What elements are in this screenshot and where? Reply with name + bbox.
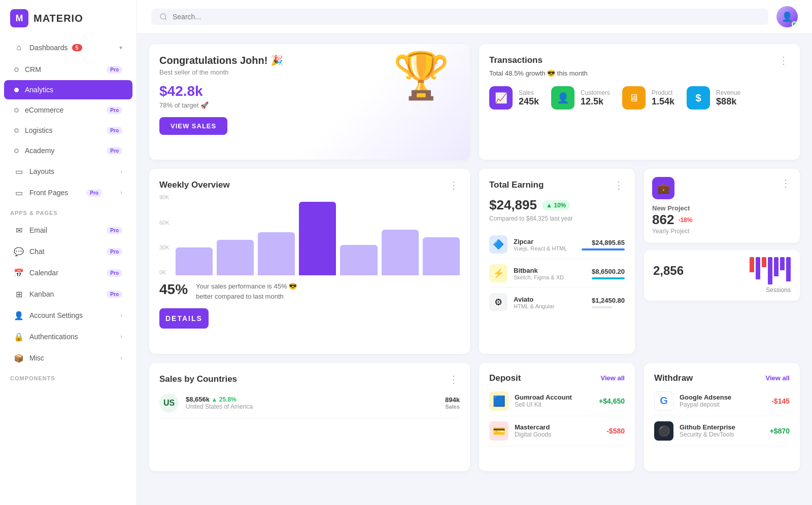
sidebar-item-ecommerce[interactable]: eCommerce Pro — [4, 100, 132, 120]
sidebar-item-email[interactable]: ✉ Email Pro — [4, 220, 132, 240]
transactions-title: Transactions — [489, 55, 543, 65]
auth-icon: 🔒 — [14, 332, 23, 341]
np-yearly: Yearly Project — [652, 228, 792, 235]
sidebar-item-authentications[interactable]: 🔒 Authentications › — [4, 327, 132, 347]
aviato-amount: $1,2450.80 — [592, 297, 625, 304]
new-project-icon: 💼 — [652, 177, 674, 199]
details-button[interactable]: DETAILS — [159, 308, 209, 329]
layouts-icon: ▭ — [14, 167, 23, 176]
revenue-value: $88k — [716, 96, 740, 107]
session-bar — [774, 257, 779, 276]
more-options-button[interactable]: ⋮ — [449, 373, 460, 385]
gumroad-amount: +$4,650 — [599, 397, 625, 405]
bar-3 — [258, 232, 295, 275]
logo-icon: M — [10, 9, 28, 27]
earning-item-aviato: ⚙ Aviato HTML & Angular $1,2450.80 — [489, 288, 625, 316]
gumroad-name: Gumroad Account — [515, 393, 572, 401]
customers-value: 12.5k — [581, 96, 610, 107]
trophy-icon: 🏆 — [393, 49, 450, 102]
deposit-item-gumroad: 🟦 Gumroad Account Sell UI Kit +$4,650 — [489, 386, 625, 416]
search-input[interactable] — [173, 13, 760, 21]
sidebar-item-calendar[interactable]: 📅 Calendar Pro — [4, 263, 132, 283]
deposit-card: Deposit View all 🟦 Gumroad Account Sell … — [479, 363, 635, 471]
sidebar-item-crm[interactable]: CRM Pro — [4, 60, 132, 79]
us-name: United States of America — [186, 403, 253, 410]
sidebar-item-academy[interactable]: Academy Pro — [4, 141, 132, 160]
weekly-pct: 45% — [159, 281, 188, 298]
logo-text: MATERIO — [33, 13, 83, 24]
revenue-label: Revenue — [716, 89, 740, 96]
chevron-icon: › — [120, 354, 122, 362]
dot-icon — [14, 108, 19, 113]
view-all-link[interactable]: View all — [766, 374, 790, 382]
session-bar — [756, 257, 760, 279]
bar-1 — [176, 247, 213, 275]
card-title-row: Sales by Countries ⋮ — [159, 373, 460, 385]
search-wrap[interactable] — [151, 9, 768, 25]
more-options-button[interactable]: ⋮ — [779, 54, 790, 66]
more-options-button[interactable]: ⋮ — [614, 179, 625, 191]
countries-title: Sales by Countries — [159, 374, 237, 384]
congrats-target: 78% of target 🚀 — [159, 101, 460, 109]
aviato-tag: HTML & Angular — [514, 303, 554, 309]
card-title-row: Deposit View all — [489, 373, 625, 383]
transactions-subtitle: Total 48.5% growth 😎 this month — [489, 69, 790, 77]
avatar[interactable]: 👤 — [776, 6, 798, 27]
card-title-row: Total Earning ⋮ — [489, 179, 625, 191]
components-section-label: COMPONENTS — [0, 369, 137, 384]
account-icon: 👤 — [14, 311, 23, 320]
new-project-card: 💼 ⋮ New Project 862 -18% Yearly Project — [644, 169, 800, 243]
aviato-logo: ⚙ — [489, 293, 507, 311]
earning-item-zipcar: 🔷 Zipcar Vuejs, React & HTML $24,895.65 — [489, 230, 625, 259]
session-bar — [786, 257, 791, 281]
gumroad-logo: 🟦 — [489, 391, 509, 411]
sidebar-item-misc[interactable]: 📦 Misc › — [4, 348, 132, 368]
mastercard-name: Mastercard — [515, 423, 551, 431]
chevron-icon: › — [120, 333, 122, 340]
total-earning-card: Total Earning ⋮ $24,895 ▲ 10% Compared t… — [479, 169, 635, 353]
earning-item-bitbank: ⚡ Bitbank Sketch, Figma & XD $8,6500.20 — [489, 259, 625, 288]
more-options-button[interactable]: ⋮ — [449, 179, 460, 191]
sidebar-item-analytics[interactable]: Analytics — [4, 80, 132, 99]
more-options-button[interactable]: ⋮ — [781, 177, 792, 189]
up-badge: ▲ 10% — [542, 200, 570, 210]
chart-y-labels: 90K 60K 30K 0K — [159, 194, 172, 275]
mastercard-logo: 💳 — [489, 421, 509, 441]
bar-5 — [340, 245, 377, 275]
sidebar-item-kanban[interactable]: ⊞ Kanban Pro — [4, 284, 132, 304]
bitbank-bar — [592, 277, 625, 279]
congrats-card: Congratulations John! 🎉 Best seller of t… — [149, 44, 470, 160]
content-grid: Congratulations John! 🎉 Best seller of t… — [137, 34, 812, 505]
withdraw-item-github: ⚫ Github Enterprise Security & DevTools … — [654, 416, 790, 446]
sidebar-item-chat[interactable]: 💬 Chat Pro — [4, 241, 132, 262]
sidebar-item-layouts[interactable]: ▭ Layouts › — [4, 161, 132, 182]
sidebar-item-dashboards[interactable]: ⌂ Dashboards 5 ▾ — [4, 38, 132, 58]
sidebar: M MATERIO ⌂ Dashboards 5 ▾ CRM Pro Analy… — [0, 0, 137, 505]
email-icon: ✉ — [14, 226, 23, 235]
chat-icon: 💬 — [14, 247, 23, 256]
withdraw-title: Withdraw — [654, 373, 693, 383]
revenue-icon: $ — [687, 86, 710, 110]
sidebar-item-front-pages[interactable]: ▭ Front Pages Pro › — [4, 183, 132, 203]
chevron-icon: › — [120, 189, 122, 196]
sales-by-countries-card: Sales by Countries ⋮ US $8,656k ▲ 25.8% … — [149, 363, 470, 471]
chart-container: 90K 60K 30K 0K — [159, 194, 460, 275]
dot-icon — [14, 149, 19, 153]
view-sales-button[interactable]: VIEW SALES — [159, 117, 227, 135]
stat-customers: 👤 Customers 12.5k — [551, 86, 610, 110]
transactions-stats: 📈 Sales 245k 👤 Customers 12.5k 🖥 — [489, 86, 790, 110]
bar-4 — [299, 202, 336, 275]
earning-title: Total Earning — [489, 180, 544, 190]
bar-6 — [382, 230, 419, 275]
bar-2 — [217, 240, 254, 275]
zipcar-name: Zipcar — [514, 238, 567, 245]
weekly-overview-card: Weekly Overview ⋮ 90K 60K 30K 0K — [149, 169, 470, 353]
chevron-icon: › — [120, 312, 122, 319]
view-all-link[interactable]: View all — [601, 374, 625, 382]
apps-section-label: APPS & PAGES — [0, 204, 137, 219]
card-title-row: Withdraw View all — [654, 373, 790, 383]
zipcar-logo: 🔷 — [489, 235, 507, 254]
weekly-footer: 45% Your sales performance is 45% 😎bette… — [159, 281, 460, 301]
sidebar-item-account-settings[interactable]: 👤 Account Settings › — [4, 305, 132, 326]
sidebar-item-logistics[interactable]: Logistics Pro — [4, 121, 132, 140]
